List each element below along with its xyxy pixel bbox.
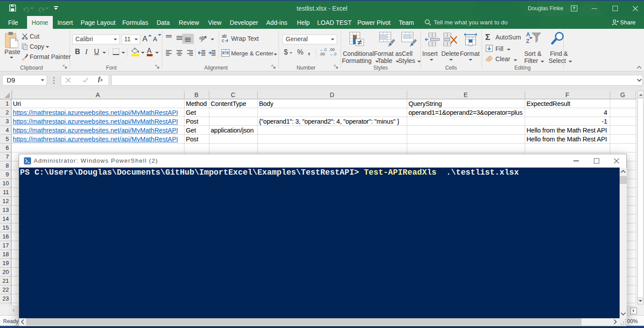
svg-text:c: c	[222, 38, 224, 43]
svg-text:ab: ab	[199, 35, 204, 40]
